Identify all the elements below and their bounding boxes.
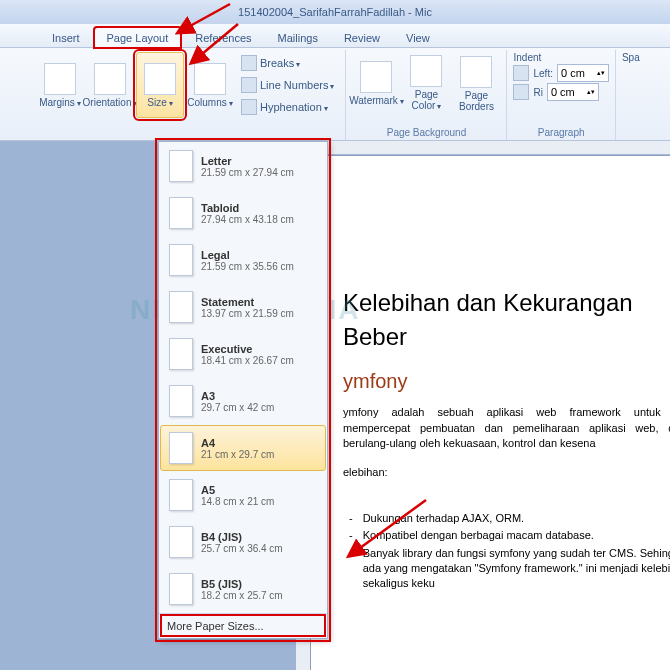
page[interactable]: Kelebihan dan Kekurangan Beber ymfony ym…	[310, 155, 670, 670]
group-page-setup: Margins Orientation Size Columns Breaks …	[30, 50, 346, 140]
ribbon-tabs: Insert Page Layout References Mailings R…	[0, 24, 670, 48]
margins-button[interactable]: Margins	[36, 52, 84, 118]
tab-page-layout[interactable]: Page Layout	[94, 27, 182, 48]
size-option-a5[interactable]: A514.8 cm x 21 cm	[160, 472, 326, 518]
ruler-horizontal[interactable]	[310, 141, 670, 155]
size-icon	[144, 63, 176, 95]
page-thumb-icon	[169, 479, 193, 511]
group-spacing: Spa	[616, 50, 646, 140]
tab-review[interactable]: Review	[332, 28, 392, 47]
page-thumb-icon	[169, 385, 193, 417]
size-option-b5jis[interactable]: B5 (JIS)18.2 cm x 25.7 cm	[160, 566, 326, 612]
page-thumb-icon	[169, 291, 193, 323]
page-thumb-icon	[169, 432, 193, 464]
page-thumb-icon	[169, 338, 193, 370]
columns-button[interactable]: Columns	[186, 52, 234, 118]
more-paper-sizes[interactable]: More Paper Sizes...	[159, 613, 327, 638]
tab-insert[interactable]: Insert	[40, 28, 92, 47]
line-numbers-button[interactable]: Line Numbers	[236, 74, 339, 96]
size-option-legal[interactable]: Legal21.59 cm x 35.56 cm	[160, 237, 326, 283]
orientation-icon	[94, 63, 126, 95]
size-option-statement[interactable]: Statement13.97 cm x 21.59 cm	[160, 284, 326, 330]
page-borders-icon	[460, 56, 492, 88]
watermark-icon	[360, 61, 392, 93]
hyphenation-button[interactable]: Hyphenation	[236, 96, 339, 118]
bullet-list: Dukungan terhadap AJAX, ORM. Kompatibel …	[343, 511, 670, 592]
orientation-button[interactable]: Orientation	[86, 52, 134, 118]
size-option-a3[interactable]: A329.7 cm x 42 cm	[160, 378, 326, 424]
size-dropdown-menu: Letter21.59 cm x 27.94 cmTabloid27.94 cm…	[158, 141, 328, 639]
indent-left-input[interactable]: 0 cm▴▾	[557, 64, 609, 82]
indent-left-icon	[513, 65, 529, 81]
doc-title: 151402004_SarifahFarrahFadillah - Mic	[238, 6, 432, 18]
ribbon: Margins Orientation Size Columns Breaks …	[0, 48, 670, 141]
size-button[interactable]: Size	[136, 52, 184, 118]
breaks-button[interactable]: Breaks	[236, 52, 339, 74]
watermark-button[interactable]: Watermark	[352, 52, 400, 113]
size-option-letter[interactable]: Letter21.59 cm x 27.94 cm	[160, 143, 326, 189]
tab-view[interactable]: View	[394, 28, 442, 47]
size-option-b4jis[interactable]: B4 (JIS)25.7 cm x 36.4 cm	[160, 519, 326, 565]
page-thumb-icon	[169, 526, 193, 558]
list-item: Kompatibel dengan berbagai macam databas…	[343, 528, 670, 543]
page-thumb-icon	[169, 244, 193, 276]
paragraph-2: elebihan:	[343, 465, 670, 480]
indent-right-input[interactable]: 0 cm▴▾	[547, 83, 599, 101]
breaks-icon	[241, 55, 257, 71]
tab-references[interactable]: References	[183, 28, 263, 47]
size-option-tabloid[interactable]: Tabloid27.94 cm x 43.18 cm	[160, 190, 326, 236]
title-bar: 151402004_SarifahFarrahFadillah - Mic	[0, 0, 670, 24]
group-page-background: Watermark Page Color Page Borders Page B…	[346, 50, 507, 140]
page-borders-button[interactable]: Page Borders	[452, 52, 500, 113]
page-thumb-icon	[169, 197, 193, 229]
tab-mailings[interactable]: Mailings	[266, 28, 330, 47]
page-thumb-icon	[169, 150, 193, 182]
group-paragraph: Indent Left:0 cm▴▾ Ri0 cm▴▾ Paragraph	[507, 50, 615, 140]
list-item: Banyak library dan fungsi symfony yang s…	[343, 546, 670, 592]
list-item: Dukungan terhadap AJAX, ORM.	[343, 511, 670, 526]
hyphenation-icon	[241, 99, 257, 115]
heading-1: Kelebihan dan Kekurangan Beber	[343, 286, 670, 353]
page-color-icon	[410, 55, 442, 87]
page-thumb-icon	[169, 573, 193, 605]
size-option-a4[interactable]: A421 cm x 29.7 cm	[160, 425, 326, 471]
size-option-executive[interactable]: Executive18.41 cm x 26.67 cm	[160, 331, 326, 377]
columns-icon	[194, 63, 226, 95]
page-color-button[interactable]: Page Color	[402, 52, 450, 113]
paragraph-1: ymfony adalah sebuah aplikasi web framew…	[343, 405, 670, 451]
indent-label: Indent	[513, 52, 608, 63]
margins-icon	[44, 63, 76, 95]
indent-right-icon	[513, 84, 529, 100]
line-numbers-icon	[241, 77, 257, 93]
document-area: Kelebihan dan Kekurangan Beber ymfony ym…	[0, 141, 670, 670]
heading-2: ymfony	[343, 367, 670, 395]
